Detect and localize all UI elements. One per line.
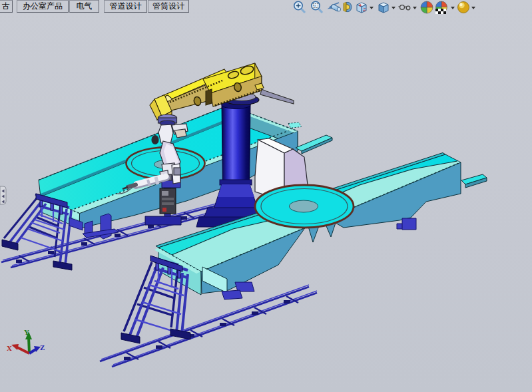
svg-text:Y: Y — [24, 328, 29, 336]
svg-text:X: X — [7, 344, 12, 352]
svg-text:Z: Z — [40, 343, 45, 351]
